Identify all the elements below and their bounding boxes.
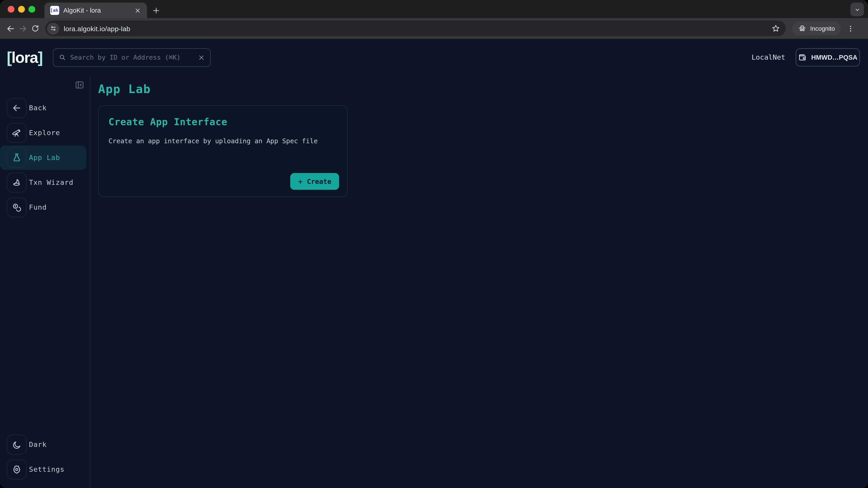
bookmark-star-icon[interactable] — [771, 24, 780, 33]
reload-icon[interactable] — [29, 22, 41, 35]
browser-toolbar: lora.algokit.io/app-lab Incognito — [0, 18, 868, 39]
sidebar-item-label: Back — [29, 104, 47, 112]
sidebar-item-label: Settings — [29, 465, 64, 474]
sidebar-footer: Dark Settings — [0, 432, 90, 488]
create-button[interactable]: + Create — [290, 173, 339, 190]
browser-window: [ak] AlgoKit - lora lora.algokit.io/a — [0, 0, 868, 488]
network-selector[interactable]: LocalNet — [752, 53, 785, 61]
close-window-button[interactable] — [8, 6, 14, 13]
sidebar-item-label: Explore — [29, 129, 60, 137]
wallet-icon — [798, 53, 807, 62]
create-app-interface-card: Create App Interface Create an app inter… — [98, 105, 348, 197]
sidebar-item-theme-toggle[interactable]: Dark — [0, 432, 90, 457]
sidebar: Back Explore — [0, 76, 90, 488]
sidebar-item-label: App Lab — [29, 154, 60, 162]
main-content: App Lab Create App Interface Create an a… — [90, 76, 868, 488]
site-settings-icon[interactable] — [47, 22, 59, 35]
flask-icon — [12, 153, 22, 163]
tab-title: AlgoKit - lora — [63, 7, 128, 14]
incognito-badge: Incognito — [792, 22, 841, 35]
url-text[interactable]: lora.algokit.io/app-lab — [64, 25, 130, 32]
sidebar-item-label: Txn Wizard — [29, 178, 73, 187]
tab-strip: [ak] AlgoKit - lora — [0, 0, 868, 18]
sidebar-item-fund[interactable]: Fund — [0, 195, 90, 220]
traffic-lights — [8, 6, 35, 13]
sidebar-item-back[interactable]: Back — [0, 96, 90, 120]
moon-icon — [12, 440, 22, 449]
plus-icon: + — [298, 177, 303, 186]
page-title: App Lab — [98, 82, 868, 96]
gear-icon — [12, 464, 22, 475]
card-description: Create an app interface by uploading an … — [108, 137, 337, 144]
wallet-address: HMWD…PQSA — [811, 54, 858, 61]
card-title: Create App Interface — [108, 117, 337, 127]
tab-close-icon[interactable] — [132, 5, 143, 15]
app-header: [lora] LocalNet HMWD…PQSA — [0, 39, 868, 76]
tab-favicon: [ak] — [50, 6, 59, 15]
lora-logo[interactable]: [lora] — [7, 50, 42, 65]
sidebar-item-explore[interactable]: Explore — [0, 121, 90, 145]
address-bar[interactable]: lora.algokit.io/app-lab — [45, 21, 786, 36]
sidebar-item-label: Dark — [29, 441, 47, 449]
search-input[interactable] — [70, 54, 194, 61]
back-nav-icon[interactable] — [4, 22, 17, 35]
browser-menu-icon[interactable] — [844, 22, 857, 35]
sidebar-nav: Back Explore — [0, 96, 90, 220]
wizard-hat-icon — [12, 177, 22, 188]
zoom-window-button[interactable] — [29, 6, 35, 13]
tab-overview-chevron-icon[interactable] — [850, 3, 864, 16]
global-search[interactable] — [53, 48, 211, 67]
wallet-button[interactable]: HMWD…PQSA — [796, 48, 860, 66]
sidebar-item-settings[interactable]: Settings — [0, 457, 90, 482]
forward-nav-icon[interactable] — [17, 22, 29, 35]
incognito-label: Incognito — [810, 25, 835, 32]
minimize-window-button[interactable] — [18, 6, 25, 13]
sidebar-item-label: Fund — [29, 203, 47, 212]
lora-app: [lora] LocalNet HMWD…PQSA — [0, 39, 868, 488]
coins-icon — [12, 202, 22, 213]
search-icon — [59, 54, 66, 61]
new-tab-button[interactable] — [150, 4, 162, 17]
sidebar-item-app-lab[interactable]: App Lab — [0, 145, 86, 170]
search-clear-icon[interactable] — [198, 54, 205, 61]
telescope-icon — [12, 128, 22, 138]
sidebar-item-txn-wizard[interactable]: Txn Wizard — [0, 170, 90, 195]
arrow-left-icon — [12, 103, 22, 113]
sidebar-collapse-icon[interactable] — [74, 79, 86, 91]
incognito-icon — [798, 24, 807, 33]
browser-tab[interactable]: [ak] AlgoKit - lora — [44, 3, 147, 18]
